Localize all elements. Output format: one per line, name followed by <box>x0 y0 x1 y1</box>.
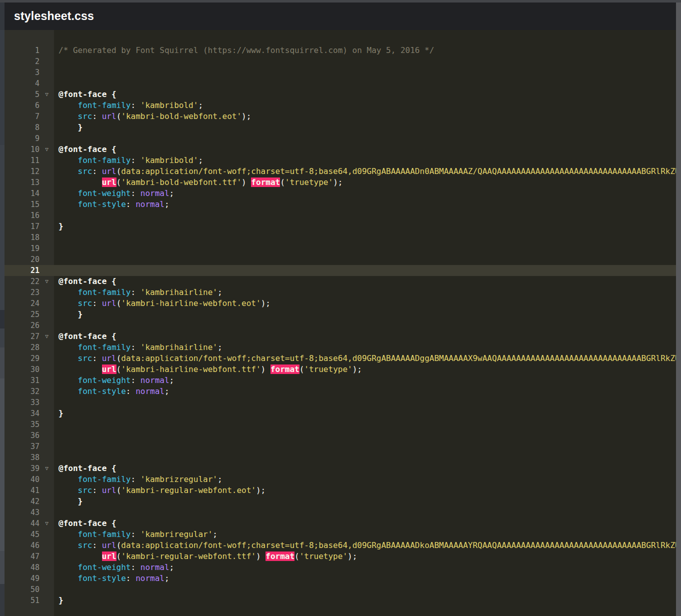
line-number[interactable]: 10 <box>4 145 40 154</box>
line-number[interactable]: 5 <box>4 90 40 99</box>
code-line[interactable] <box>54 584 676 595</box>
line-number[interactable]: 49 <box>4 574 40 583</box>
line-number[interactable]: 31 <box>4 376 40 385</box>
line-number[interactable]: 48 <box>4 563 40 572</box>
code-line[interactable]: font-family: 'kambribold'; <box>54 155 676 166</box>
line-number[interactable]: 40 <box>4 475 40 484</box>
fold-toggle-icon[interactable]: ▽ <box>40 144 54 155</box>
fold-toggle-icon[interactable]: ▽ <box>40 331 54 342</box>
code-line[interactable] <box>54 507 676 518</box>
line-number[interactable]: 35 <box>4 420 40 429</box>
code-line[interactable]: url('kambri-hairline-webfont.ttf') forma… <box>54 364 676 375</box>
code-line[interactable]: font-style: normal; <box>54 386 676 397</box>
code-line[interactable] <box>54 56 676 67</box>
line-number[interactable]: 14 <box>4 189 40 198</box>
code-line[interactable]: font-family: 'kambrihairline'; <box>54 287 676 298</box>
line-number[interactable]: 41 <box>4 486 40 495</box>
code-line[interactable]: font-family: 'kambriregular'; <box>54 529 676 540</box>
line-number[interactable]: 13 <box>4 178 40 187</box>
code-line[interactable]: font-style: normal; <box>54 573 676 584</box>
line-number[interactable]: 46 <box>4 541 40 550</box>
line-number[interactable]: 34 <box>4 409 40 418</box>
code-line[interactable]: src: url('kambri-bold-webfont.eot'); <box>54 111 676 122</box>
code-line[interactable]: font-family: 'kambrizregular'; <box>54 474 676 485</box>
code-line[interactable] <box>54 441 676 452</box>
code-line[interactable]: @font-face { <box>54 518 676 529</box>
code-line[interactable] <box>54 320 676 331</box>
line-number[interactable]: 29 <box>4 354 40 363</box>
code-pane[interactable]: /* Generated by Font Squirrel (https://w… <box>54 30 676 616</box>
code-line[interactable]: } <box>54 309 676 320</box>
line-number[interactable]: 8 <box>4 123 40 132</box>
line-number[interactable]: 47 <box>4 552 40 561</box>
line-number[interactable]: 33 <box>4 398 40 407</box>
code-line[interactable]: } <box>54 496 676 507</box>
line-number[interactable]: 18 <box>4 233 40 242</box>
line-number[interactable]: 32 <box>4 387 40 396</box>
fold-toggle-icon[interactable]: ▽ <box>40 276 54 287</box>
code-line[interactable]: src: url(data:application/font-woff;char… <box>54 353 676 364</box>
line-number[interactable]: 15 <box>4 200 40 209</box>
code-line[interactable] <box>54 78 676 89</box>
code-line[interactable]: @font-face { <box>54 89 676 100</box>
code-line[interactable]: font-style: normal; <box>54 199 676 210</box>
code-line[interactable]: /* Generated by Font Squirrel (https://w… <box>54 45 676 56</box>
line-number[interactable]: 51 <box>4 596 40 605</box>
line-number[interactable]: 7 <box>4 112 40 121</box>
line-number[interactable]: 9 <box>4 134 40 143</box>
code-line[interactable]: } <box>54 595 676 606</box>
code-line[interactable]: url('kambri-regular-webfont.ttf') format… <box>54 551 676 562</box>
scrollbar-track[interactable] <box>676 2 681 616</box>
line-number[interactable]: 1 <box>4 46 40 55</box>
line-number[interactable]: 43 <box>4 508 40 517</box>
code-line[interactable]: font-family: 'kambribold'; <box>54 100 676 111</box>
code-line[interactable]: src: url('kambri-regular-webfont.eot'); <box>54 485 676 496</box>
line-number[interactable]: 42 <box>4 497 40 506</box>
line-number[interactable]: 23 <box>4 288 40 297</box>
code-line[interactable]: font-weight: normal; <box>54 562 676 573</box>
line-number[interactable]: 30 <box>4 365 40 374</box>
code-line[interactable]: font-family: 'kambrihairline'; <box>54 342 676 353</box>
line-number[interactable]: 22 <box>4 277 40 286</box>
line-number[interactable]: 28 <box>4 343 40 352</box>
code-line[interactable] <box>54 67 676 78</box>
fold-toggle-icon[interactable]: ▽ <box>40 463 54 474</box>
line-number[interactable]: 27 <box>4 332 40 341</box>
code-line[interactable]: font-weight: normal; <box>54 188 676 199</box>
line-number[interactable]: 38 <box>4 453 40 462</box>
code-line[interactable] <box>54 133 676 144</box>
line-number[interactable]: 4 <box>4 79 40 88</box>
line-number[interactable]: 44 <box>4 519 40 528</box>
line-number[interactable]: 20 <box>4 255 40 264</box>
line-number[interactable]: 12 <box>4 167 40 176</box>
code-line[interactable]: @font-face { <box>54 276 676 287</box>
code-line[interactable] <box>54 243 676 254</box>
line-number[interactable]: 11 <box>4 156 40 165</box>
line-number[interactable]: 24 <box>4 299 40 308</box>
line-number[interactable]: 19 <box>4 244 40 253</box>
line-number[interactable]: 50 <box>4 585 40 594</box>
fold-toggle-icon[interactable]: ▽ <box>40 89 54 100</box>
line-number[interactable]: 39 <box>4 464 40 473</box>
code-line[interactable]: src: url('kambri-hairline-webfont.eot'); <box>54 298 676 309</box>
code-line[interactable] <box>54 397 676 408</box>
code-line[interactable] <box>54 452 676 463</box>
line-number[interactable]: 3 <box>4 68 40 77</box>
code-line[interactable]: } <box>54 408 676 419</box>
code-line[interactable]: @font-face { <box>54 331 676 342</box>
line-number[interactable]: 2 <box>4 57 40 66</box>
line-number[interactable]: 16 <box>4 211 40 220</box>
code-line[interactable]: url('kambri-bold-webfont.ttf') format('t… <box>54 177 676 188</box>
code-line-highlighted[interactable] <box>54 265 676 276</box>
fold-toggle-icon[interactable]: ▽ <box>40 518 54 529</box>
code-line[interactable] <box>54 254 676 265</box>
line-number[interactable]: 25 <box>4 310 40 319</box>
code-line[interactable]: src: url(data:application/font-woff;char… <box>54 166 676 177</box>
line-number[interactable]: 17 <box>4 222 40 231</box>
code-line[interactable]: } <box>54 122 676 133</box>
line-number[interactable]: 36 <box>4 431 40 440</box>
line-number[interactable]: 21 <box>4 266 40 275</box>
line-number[interactable]: 26 <box>4 321 40 330</box>
line-number[interactable]: 6 <box>4 101 40 110</box>
line-number[interactable]: 45 <box>4 530 40 539</box>
